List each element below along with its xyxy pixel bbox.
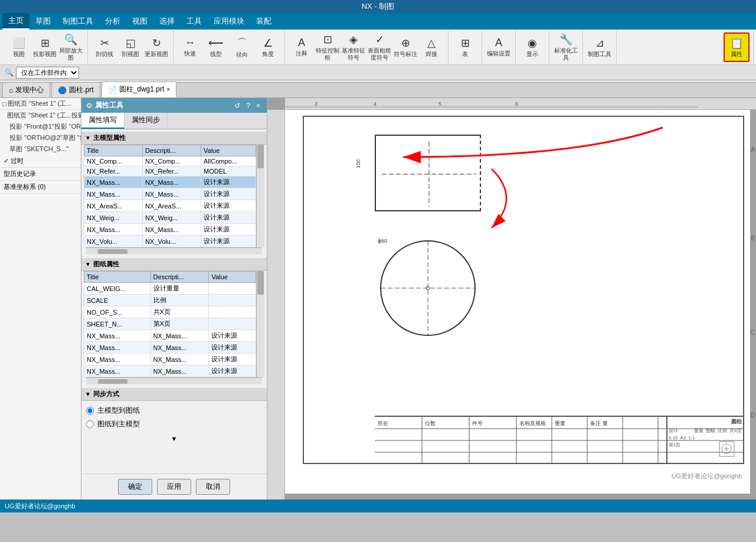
btn-section-view[interactable]: ◱ 剖视图: [117, 32, 143, 62]
drawing-section-label: 图纸属性: [93, 260, 119, 269]
drawing-hz-scroll[interactable]: [86, 377, 262, 384]
sync-collapse-btn[interactable]: ▼: [85, 391, 91, 397]
btn-cut-line[interactable]: ✂ 剖切线: [91, 32, 117, 62]
main-model-hz-scroll[interactable]: [86, 247, 262, 254]
panel-expand-arrow[interactable]: ▼: [171, 435, 178, 442]
panel-close-btn[interactable]: ×: [256, 102, 260, 110]
tab-close-btn[interactable]: ×: [166, 86, 170, 93]
table-row[interactable]: SCALE 比例: [84, 295, 256, 306]
btn-ok[interactable]: 确定: [118, 479, 152, 495]
tab-sync-props[interactable]: 属性同步: [125, 113, 168, 129]
drawing-table-wrapper: Title Descripti... Value CAL_WEIG... 设计重…: [84, 271, 264, 384]
table-row[interactable]: NX_Mass... NX_Mass... 设计来源: [84, 365, 256, 377]
table-row[interactable]: NX_Mass... NX_Mass... 设计来源: [84, 224, 256, 236]
weight-label: 重量: [694, 427, 703, 434]
btn-rapid-dim[interactable]: ↔ 快速: [177, 32, 203, 62]
btn-std-tool[interactable]: 🔧 标准化工具: [553, 32, 579, 62]
sidebar-collapse-btn[interactable]: □ 图纸页 "Sheet 1" (工...: [0, 98, 81, 110]
table-row[interactable]: NX_Weig... NX_Weig... 设计来源: [84, 212, 256, 224]
sidebar-overdue[interactable]: ✓ 过时: [0, 155, 81, 168]
cell-desc: NX_Comp...: [143, 156, 201, 166]
table-row[interactable]: NX_Mass... NX_Mass... 设计来源: [84, 354, 256, 365]
id-symbol-icon: ⊕: [401, 37, 410, 50]
menu-tools[interactable]: 工具: [181, 14, 208, 29]
table-row[interactable]: NX_Mass... NX_Mass... 设计来源: [84, 342, 256, 354]
menu-assembly[interactable]: 装配: [250, 14, 277, 29]
main-model-scrollbar[interactable]: [256, 145, 264, 247]
section-view-icon: ◱: [126, 37, 136, 50]
drawing-collapse-btn[interactable]: ▼: [85, 261, 91, 267]
table-row[interactable]: NX_AreaS... NX_AreaS... 设计来源: [84, 200, 256, 212]
panel-reset-btn[interactable]: ↺: [234, 102, 240, 110]
toolbar-group-drafting: ⊿ 制图工具: [583, 31, 617, 64]
btn-apply[interactable]: 应用: [157, 479, 191, 495]
title-right: 圆柱 设计 重量 图幅 比例 共X页 6.15 A1 1:1: [666, 417, 743, 464]
btn-update-view[interactable]: ↻ 更新视图: [143, 32, 169, 62]
table-row[interactable]: SHEET_N... 第X页: [84, 318, 256, 330]
sidebar-datum-csys[interactable]: 基准坐标系 (0): [0, 181, 81, 194]
btn-weld[interactable]: △ 焊接: [418, 32, 444, 62]
btn-datum[interactable]: ◈ 基准特征符号: [341, 32, 366, 62]
menu-drafting-tools[interactable]: 制图工具: [57, 14, 99, 29]
surface-finish-icon: ✓: [375, 33, 384, 46]
sidebar-proj-ortho[interactable]: 投影 "ORTHO@2"草图 "SKETCH_S...": [0, 132, 81, 143]
btn-edit-settings[interactable]: A 编辑设置: [486, 32, 512, 62]
table-row[interactable]: NX_Comp... NX_Comp... AllCompo...: [84, 156, 256, 166]
btn-view[interactable]: ⬜ 视图: [6, 32, 32, 62]
cell-value: 设计来源: [209, 330, 256, 342]
table-row[interactable]: NO_OF_S... 共X页: [84, 306, 256, 318]
radio-model-to-drawing-input[interactable]: [86, 407, 94, 414]
btn-surface-finish[interactable]: ✓ 表面粗糙度符号: [366, 32, 392, 62]
btn-table[interactable]: ⊞ 表: [452, 32, 478, 62]
menu-select[interactable]: 选择: [153, 14, 181, 29]
tab-fill-props[interactable]: 属性填写: [81, 113, 125, 129]
col-title-drawing: Title: [84, 272, 151, 283]
btn-id-symbol[interactable]: ⊕ 符号标注: [392, 32, 418, 62]
btn-property-highlight[interactable]: 📋 属性: [724, 32, 750, 62]
sidebar-history[interactable]: 型历史记录: [0, 168, 81, 181]
drawing-area[interactable]: 3 4 5 6: [267, 98, 756, 499]
filter-select[interactable]: 仅在工作部件内 所有部件: [16, 67, 79, 79]
panel-help-btn[interactable]: ?: [246, 102, 250, 110]
table-row[interactable]: CAL_WEIG... 设计重量: [84, 283, 256, 295]
btn-note[interactable]: A 注释: [289, 32, 315, 62]
history-label: 型历史记录: [4, 170, 36, 177]
table-row[interactable]: NX_Mass... NX_Mass... 设计来源: [84, 177, 256, 188]
app-title: NX - 制图: [362, 1, 395, 12]
btn-angle-dim[interactable]: ∠ 角度: [255, 32, 281, 62]
tab-drawing[interactable]: 📄 圆柱_dwg1.prt ×: [102, 81, 177, 97]
sidebar-item-label: 草图 "SKETCH_S...": [63, 133, 81, 142]
total-sheets: 1:1: [688, 435, 695, 440]
drawing-scrollbar[interactable]: [256, 271, 264, 377]
tab-cylinder-prt[interactable]: 🔵 圆柱.prt: [51, 82, 100, 97]
panel-tabs: 属性填写 属性同步: [81, 113, 267, 129]
btn-feature-ctrl[interactable]: ⊡ 特征控制框: [315, 32, 341, 62]
btn-detail-view[interactable]: 🔍 局部放大图: [58, 32, 84, 62]
radio-drawing-to-model[interactable]: 图纸到主模型: [86, 419, 262, 429]
menu-home[interactable]: 主页: [2, 13, 30, 30]
cell-desc: NX_Mass...: [150, 330, 209, 342]
table-row[interactable]: NX_Mass... NX_Mass... 设计来源: [84, 330, 256, 342]
menu-view[interactable]: 视图: [126, 14, 153, 29]
btn-line-dim[interactable]: ⟵ 线型: [203, 32, 229, 62]
table-row[interactable]: NX_Mass... NX_Mass... 设计来源: [84, 188, 256, 200]
table-row[interactable]: NX_Refer... NX_Refer... MODEL: [84, 166, 256, 177]
btn-drafting-tool1[interactable]: ⊿ 制图工具: [587, 32, 613, 62]
main-model-collapse-btn[interactable]: ▼: [85, 135, 91, 141]
sidebar-sheet1[interactable]: 图纸页 "Sheet 1" (工...投影 "Front@1": [0, 110, 81, 121]
menu-sketch[interactable]: 草图: [30, 14, 57, 29]
scale-num: 6.15: [669, 435, 678, 440]
sidebar-sketch[interactable]: 草图 "SKETCH_S...": [0, 143, 81, 155]
radio-drawing-to-model-input[interactable]: [86, 420, 94, 428]
btn-display[interactable]: ◉ 显示: [519, 32, 545, 62]
radio-model-to-drawing[interactable]: 主模型到图纸: [86, 406, 262, 416]
tab-discovery[interactable]: ⌂ 发现中心: [2, 82, 50, 97]
btn-radius-dim[interactable]: ⌒ 径向: [229, 32, 255, 62]
menu-app-modules[interactable]: 应用模块: [208, 14, 250, 29]
sidebar-proj-front[interactable]: 投影 "Front@1"投影 "ORTHO@2": [0, 121, 81, 132]
btn-project-view[interactable]: ⊞ 投影视图: [32, 32, 58, 62]
col-title-main: Title: [84, 145, 143, 156]
btn-cancel[interactable]: 取消: [196, 479, 230, 495]
menu-analysis[interactable]: 分析: [99, 14, 126, 29]
table-row[interactable]: NX_Volu... NX_Volu... 设计来源: [84, 236, 256, 247]
